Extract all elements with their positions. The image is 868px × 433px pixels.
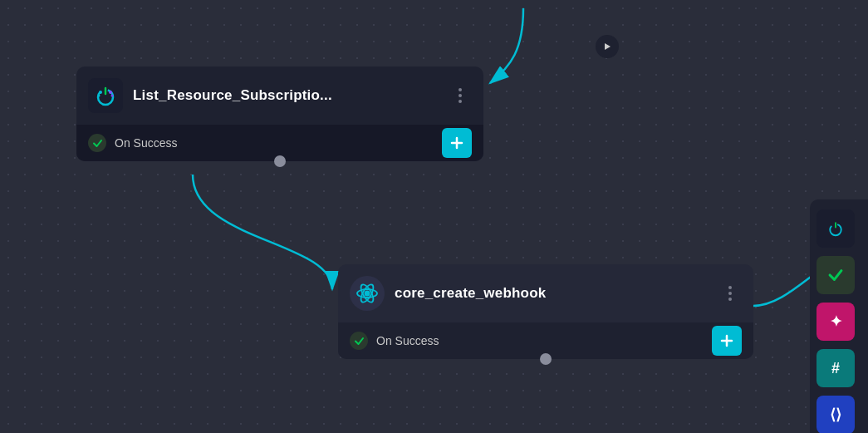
core-icon [350, 276, 385, 311]
right-panel-teal[interactable]: # [817, 349, 855, 387]
svg-point-5 [98, 95, 101, 97]
svg-point-7 [111, 95, 114, 97]
node-list-resource: List_Resource_Subscriptio... On Success [76, 66, 483, 161]
svg-point-4 [99, 91, 102, 94]
node2-success-label: On Success [376, 334, 742, 347]
node1-connector-dot [274, 155, 286, 167]
plus-icon [449, 135, 464, 150]
svg-marker-1 [605, 43, 611, 50]
svg-point-10 [365, 291, 370, 297]
magenta-icon: ✦ [830, 312, 842, 331]
nerdio-logo-svg [92, 82, 119, 109]
node2-menu[interactable] [718, 282, 742, 305]
node1-title: List_Resource_Subscriptio... [133, 87, 439, 104]
node1-header: List_Resource_Subscriptio... [76, 66, 483, 125]
play-button[interactable] [596, 35, 619, 58]
svg-point-6 [109, 91, 112, 94]
node1-success-label: On Success [115, 136, 472, 150]
right-panel: ✦ # ⟨⟩ [810, 199, 868, 433]
right-panel-success[interactable] [817, 256, 855, 294]
node2-title: core_create_webhook [395, 285, 709, 302]
checkmark-icon-2 [354, 336, 365, 347]
nerdio-icon [88, 78, 123, 113]
node1-menu[interactable] [449, 84, 472, 107]
right-panel-nerdio-icon [826, 219, 846, 239]
core-logo-svg [356, 282, 379, 305]
node2-footer: On Success [338, 322, 753, 359]
node2-add-button[interactable] [712, 326, 742, 356]
node2-header: core_create_webhook [338, 264, 753, 322]
checkmark-icon [92, 138, 103, 149]
node1-footer: On Success [76, 125, 483, 161]
node2-success-check [350, 332, 368, 350]
blue-icon: ⟨⟩ [830, 406, 841, 424]
plus-icon-2 [719, 333, 734, 348]
right-panel-check-icon [827, 267, 844, 283]
right-panel-nerdio[interactable] [817, 209, 855, 248]
teal-icon: # [831, 360, 840, 377]
node1-add-button[interactable] [442, 128, 472, 158]
node1-success-check [88, 134, 106, 152]
right-panel-magenta[interactable]: ✦ [817, 303, 855, 341]
right-panel-blue[interactable]: ⟨⟩ [817, 396, 855, 433]
node-core-webhook: core_create_webhook On Success [338, 264, 753, 359]
node2-connector-dot [540, 353, 552, 365]
